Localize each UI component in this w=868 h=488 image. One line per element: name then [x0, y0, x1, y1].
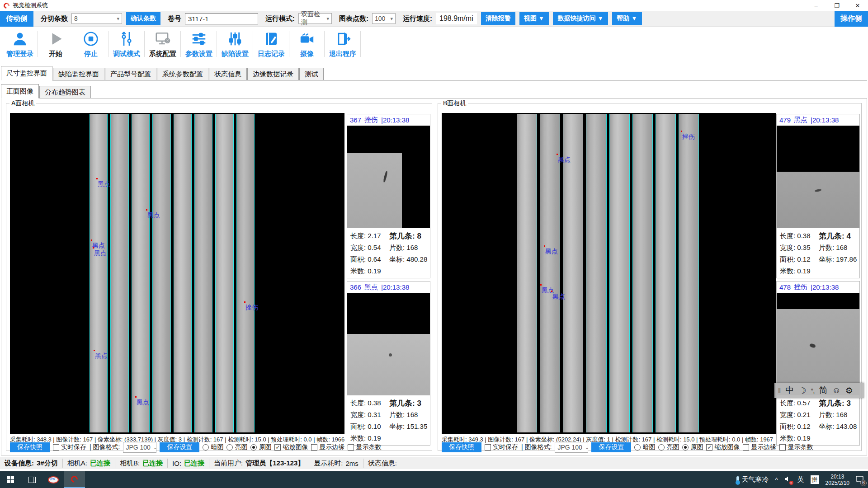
- clear-alarm-button[interactable]: 清除报警: [481, 12, 515, 25]
- show-strips-checkbox[interactable]: 显示条数: [779, 443, 813, 451]
- save-snapshot-button[interactable]: 保存快照: [10, 442, 50, 452]
- tab-status-info[interactable]: 状态信息: [209, 68, 247, 80]
- defect-type: 挫伤: [364, 116, 378, 124]
- minimize-button[interactable]: –: [806, 0, 826, 11]
- chevron-down-icon: ⌄: [582, 445, 589, 450]
- tab-product-model-config[interactable]: 产品型号配置: [105, 68, 156, 80]
- log-record-button[interactable]: 日志记录: [253, 28, 289, 61]
- original-image-radio[interactable]: 原图: [250, 443, 271, 451]
- volume-muted-button[interactable]: ×: [784, 476, 791, 483]
- tab-test[interactable]: 测试: [299, 68, 324, 80]
- restore-button[interactable]: ❐: [826, 0, 847, 11]
- chevron-down-icon: ▾: [324, 16, 329, 22]
- roll-number-input[interactable]: [185, 13, 258, 24]
- zoom-image-checkbox[interactable]: ✓ 缩放图像: [706, 443, 740, 451]
- defect-stats: 长度: 2.17 第几条: 8 宽度: 0.54 片数: 168 面积: 0.6…: [347, 228, 430, 278]
- hidden-icons-chevron[interactable]: ^: [775, 476, 778, 483]
- simplified-chinese-toggle[interactable]: 简: [819, 385, 827, 396]
- thumbnail-material-region: [777, 172, 859, 228]
- stop-button[interactable]: 停止: [73, 28, 108, 61]
- system-config-button[interactable]: 系统配置: [145, 28, 181, 61]
- tab-defect-monitor[interactable]: 缺陷监控界面: [53, 68, 104, 80]
- subtab-front-image[interactable]: 正面图像: [1, 84, 39, 99]
- image-format-select[interactable]: JPG 100 ⌄: [123, 442, 156, 453]
- realtime-save-checkbox[interactable]: 实时保存: [485, 443, 518, 451]
- weather-widget[interactable]: 天气寒冷: [736, 475, 769, 484]
- chart-points-label: 图表点数:: [339, 14, 368, 23]
- camera-a-image: 黑点黑点黑点黑点黑点黑点挫伤: [10, 113, 344, 434]
- notification-center-button[interactable]: 6: [856, 476, 863, 484]
- defect-time: |20:13:38: [381, 283, 409, 291]
- ime-indicator[interactable]: 拼: [811, 475, 819, 484]
- checkbox-icon: [743, 444, 749, 450]
- operator-side-button[interactable]: 操作侧: [835, 11, 868, 27]
- image-format-select[interactable]: JPG 100 ⌄: [555, 442, 588, 453]
- language-indicator[interactable]: 英: [797, 475, 804, 484]
- emoji-icon[interactable]: ☺: [832, 385, 840, 395]
- drag-grip-icon[interactable]: ‖: [778, 387, 781, 394]
- strip-number-stat: 第几条: 8: [389, 231, 429, 241]
- checkbox-icon: [348, 444, 354, 450]
- ime-settings-gear-icon[interactable]: ⚙: [845, 385, 853, 396]
- original-image-radio[interactable]: 原图: [682, 443, 703, 451]
- defect-card[interactable]: 366 黑点 |20:13:38 长度: 0.38 第几条: 3 宽度: 0.3…: [347, 281, 430, 446]
- dark-image-radio[interactable]: 暗图: [634, 443, 655, 451]
- defect-label: 黑点: [147, 211, 160, 220]
- ime-mode-chinese[interactable]: 中: [785, 385, 794, 396]
- save-settings-button[interactable]: 保存设置: [591, 442, 631, 452]
- help-menu-button[interactable]: 帮助 ▼: [612, 12, 642, 25]
- admin-login-button[interactable]: 管理登录: [2, 28, 38, 61]
- save-snapshot-button[interactable]: 保存快照: [442, 442, 481, 452]
- width-stat: 宽度: 0.35: [780, 244, 819, 252]
- defect-settings-button[interactable]: 缺陷设置: [217, 28, 253, 61]
- defect-card[interactable]: 367 挫伤 |20:13:38 长度: 2.17 第几条: 8 宽度: 0.5…: [347, 114, 430, 278]
- io-status-segment: IO:已连接: [168, 459, 209, 468]
- data-access-menu-button[interactable]: 数据快捷访问 ▼: [553, 12, 608, 25]
- start-button[interactable]: 开始: [38, 28, 73, 61]
- snipping-tool-button[interactable]: [42, 471, 64, 488]
- zoom-image-checkbox[interactable]: ✓ 缩放图像: [274, 443, 308, 451]
- area-stat: 面积: 0.10: [350, 422, 389, 431]
- drive-side-button[interactable]: 传动侧: [0, 11, 33, 27]
- close-button[interactable]: ✕: [847, 0, 868, 11]
- punctuation-mode-icon[interactable]: °,: [811, 387, 814, 394]
- area-stat: 面积: 0.64: [350, 255, 389, 264]
- chevron-down-icon: ▾: [387, 16, 393, 22]
- material-strip: [679, 114, 699, 432]
- material-strip: [215, 114, 233, 432]
- camera-b-image: 黑点挫伤黑点黑点黑点: [442, 113, 776, 434]
- defect-thumbnail: [347, 293, 430, 395]
- run-mode-select[interactable]: 双面检测 ▾: [298, 13, 332, 24]
- vision-app-taskbar-button[interactable]: [64, 471, 85, 488]
- show-edge-checkbox[interactable]: 显示边缘: [743, 443, 776, 451]
- defect-time: |20:13:38: [381, 116, 409, 124]
- realtime-save-checkbox[interactable]: 实时保存: [53, 443, 86, 451]
- strip-count-select[interactable]: 8 ▾: [71, 13, 122, 24]
- start-button[interactable]: [0, 471, 21, 488]
- exit-program-button[interactable]: 退出程序: [325, 28, 361, 61]
- task-view-button[interactable]: [21, 471, 42, 488]
- defect-card[interactable]: 478 挫伤 |20:13:38 长度: 0.57 第几条: 3 宽度: 0.2…: [776, 281, 860, 446]
- tab-size-monitor[interactable]: 尺寸监控界面: [1, 66, 52, 80]
- debug-mode-button[interactable]: 调试模式: [108, 28, 145, 61]
- bright-image-radio[interactable]: 亮图: [226, 443, 247, 451]
- parameter-settings-button[interactable]: 参数设置: [181, 28, 217, 61]
- bright-image-radio[interactable]: 亮图: [658, 443, 679, 451]
- date: 2025/2/10: [826, 480, 849, 486]
- material-strip: [236, 114, 255, 432]
- clock[interactable]: 20:13 2025/2/10: [826, 474, 849, 486]
- show-edge-checkbox[interactable]: 显示边缘: [311, 443, 344, 451]
- tab-edge-data-record[interactable]: 边缘数据记录: [247, 68, 299, 80]
- view-menu-button[interactable]: 视图 ▼: [519, 12, 549, 25]
- tab-system-param-config[interactable]: 系统参数配置: [157, 68, 208, 80]
- capture-button[interactable]: 摄像: [289, 28, 325, 61]
- subtab-distribution-chart[interactable]: 分布趋势图表: [39, 86, 91, 98]
- show-strips-checkbox[interactable]: 显示条数: [348, 443, 381, 451]
- save-settings-button[interactable]: 保存设置: [160, 442, 199, 452]
- defect-card[interactable]: 479 黑点 |20:13:38 长度: 0.38 第几条: 4 宽度: 0.3…: [776, 114, 860, 278]
- moon-icon[interactable]: ☽: [798, 385, 806, 396]
- chart-points-select[interactable]: 100 ▾: [372, 13, 396, 24]
- confirm-strips-button[interactable]: 确认条数: [126, 12, 160, 25]
- defect-stats: 长度: 0.38 第几条: 4 宽度: 0.35 片数: 168 面积: 0.1…: [777, 228, 859, 278]
- dark-image-radio[interactable]: 暗图: [203, 443, 223, 451]
